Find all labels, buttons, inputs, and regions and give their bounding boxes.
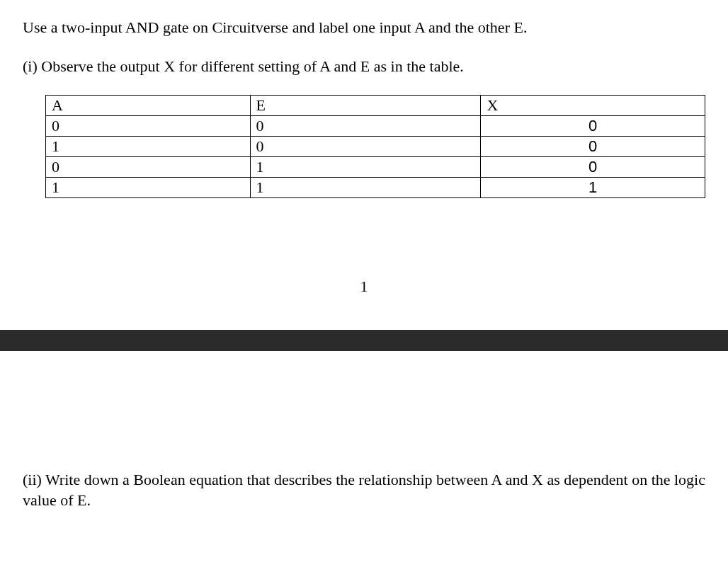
table-row: 0 0 0 bbox=[46, 115, 705, 136]
cell-a: 0 bbox=[46, 115, 251, 136]
cell-x: 0 bbox=[481, 136, 705, 156]
part-ii-paragraph: (ii) Write down a Boolean equation that … bbox=[23, 470, 705, 510]
cell-e: 1 bbox=[250, 156, 481, 177]
cell-e: 0 bbox=[250, 115, 481, 136]
table-header-row: A E X bbox=[46, 95, 705, 115]
table-row: 1 1 1 bbox=[46, 177, 705, 197]
cell-e: 1 bbox=[250, 177, 481, 197]
cell-x: 0 bbox=[481, 156, 705, 177]
cell-x: 0 bbox=[481, 115, 705, 136]
separator-bar bbox=[0, 330, 728, 351]
cell-a: 1 bbox=[46, 136, 251, 156]
intro-paragraph: Use a two-input AND gate on Circuitverse… bbox=[23, 17, 705, 39]
cell-e: 0 bbox=[250, 136, 481, 156]
cell-x: 1 bbox=[481, 177, 705, 197]
header-x: X bbox=[481, 95, 705, 115]
truth-table: A E X 0 0 0 1 0 0 0 1 0 1 1 bbox=[45, 95, 705, 198]
header-e: E bbox=[250, 95, 481, 115]
table-row: 0 1 0 bbox=[46, 156, 705, 177]
table-row: 1 0 0 bbox=[46, 136, 705, 156]
header-a: A bbox=[46, 95, 251, 115]
part-i-paragraph: (i) Observe the output X for different s… bbox=[23, 56, 705, 78]
cell-a: 1 bbox=[46, 177, 251, 197]
page-number: 1 bbox=[0, 277, 728, 296]
cell-a: 0 bbox=[46, 156, 251, 177]
